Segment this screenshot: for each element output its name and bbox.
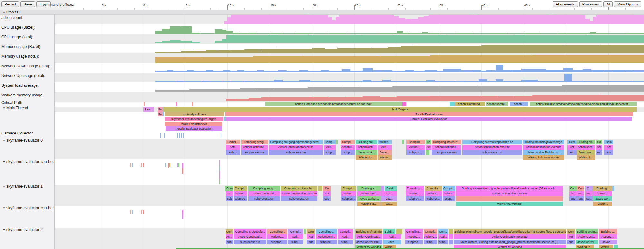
trace-event-block[interactable]: Compi... — [288, 229, 303, 234]
trace-event-block[interactable]: subp... — [338, 240, 353, 244]
trace-event-block[interactable]: Building s... — [357, 186, 381, 191]
trace-event-block[interactable]: Building... — [593, 186, 612, 191]
trace-event-block[interactable]: subproc... — [406, 196, 424, 201]
counter-chart-workers_mem[interactable] — [55, 93, 644, 101]
gc-event-tick[interactable] — [160, 133, 161, 138]
trace-event-block[interactable]: Javac ... — [599, 240, 617, 244]
trace-event-block[interactable]: ActionContinuati... — [234, 234, 266, 239]
main-thread-event-block[interactable] — [224, 117, 226, 121]
m-button[interactable]: M — [603, 1, 613, 7]
trace-event-block[interactable] — [426, 150, 429, 155]
trace-event-sliver[interactable] — [177, 163, 178, 167]
trace-event-sliver[interactable] — [132, 210, 133, 214]
view-options-button[interactable]: View Options — [614, 1, 641, 7]
trace-event-block[interactable]: Compiling ... — [406, 186, 424, 191]
trace-event-block[interactable]: Compil... — [338, 229, 353, 234]
trace-event-block[interactable]: sub — [307, 240, 315, 244]
trace-event-block[interactable]: Co — [323, 186, 331, 191]
trace-event-block[interactable]: ActionC... — [341, 191, 356, 196]
trace-event-block[interactable] — [449, 229, 453, 234]
trace-event-block[interactable]: ActionContinuati... — [355, 234, 382, 239]
main-thread-event-block[interactable]: Par — [158, 107, 163, 112]
trace-event-block[interactable]: ActionC... — [341, 145, 355, 150]
trace-event-block[interactable]: ActionContinuati... — [248, 191, 280, 196]
trace-event-block[interactable]: Compil... — [234, 186, 247, 191]
trace-event-block[interactable]: Waiting to... — [357, 202, 381, 206]
trace-event-block[interactable]: Ac... — [226, 191, 233, 196]
trace-event-block[interactable]: sub — [323, 196, 331, 201]
trace-event-block[interactable]: subprocess.run — [432, 150, 461, 155]
trace-event-block[interactable]: Compili... — [341, 186, 356, 191]
trace-event-block[interactable]: Building src/main/java/com/go... — [523, 140, 564, 144]
counter-chart-net_down[interactable] — [55, 64, 644, 72]
counter-chart-net_up[interactable] — [55, 73, 644, 82]
trace-event-block[interactable]: Javac wo... — [593, 196, 612, 201]
counter-chart-sys_load[interactable] — [55, 83, 644, 92]
trace-event-block[interactable]: subprocess.run — [241, 150, 268, 155]
trace-event-block[interactable] — [449, 240, 453, 244]
critical-path-event-block[interactable]: action 'Compiling src/google/protobuf/de… — [265, 102, 402, 106]
trace-event-block[interactable]: Waitin... — [378, 155, 392, 160]
trace-event-block[interactable]: Acti... — [338, 234, 353, 239]
trace-event-block[interactable]: Compiling src/g... — [248, 186, 280, 191]
trace-event-block[interactable]: Acti... — [226, 145, 240, 150]
trace-event-block[interactable]: Compiling src/main/cpp/blaze.cc — [462, 140, 522, 144]
sidebar-item-main-thread[interactable]: ▼Main Thread — [1, 106, 54, 110]
trace-event-block[interactable]: Com... — [438, 229, 448, 234]
trace-event-block[interactable]: Act — [426, 145, 431, 150]
gc-event-tick[interactable] — [183, 133, 184, 138]
trace-event-block[interactable]: Acti... — [438, 234, 448, 239]
main-thread-event-block[interactable]: Parallel Evaluator evaluation — [166, 126, 222, 131]
trace-event-block[interactable]: subproc... — [405, 240, 423, 244]
trace-event-sliver[interactable] — [219, 179, 220, 184]
trace-event-block[interactable]: Com — [604, 140, 613, 144]
trace-event-sliver[interactable] — [165, 163, 166, 167]
trace-event-block[interactable]: Compil... — [341, 140, 355, 144]
critical-path-event-block[interactable]: action... — [510, 102, 528, 106]
trace-event-block[interactable]: subp... — [324, 150, 336, 155]
trace-event-block[interactable]: ActionC... — [405, 234, 423, 239]
trace-event-block[interactable]: Building external/com_google_protobuf/ja… — [456, 186, 563, 191]
trace-event-block[interactable]: Javac worker... — [357, 196, 381, 201]
trace-event-block[interactable]: Ac... — [226, 234, 233, 239]
trace-event-block[interactable]: subprocess.run — [248, 196, 280, 201]
critical-path-event-block[interactable]: action 'Compiling... — [455, 102, 485, 106]
gc-event-tick[interactable] — [221, 133, 221, 138]
trace-event-block[interactable]: subproc... — [267, 240, 287, 244]
trace-event-block[interactable]: su... — [585, 196, 593, 201]
trace-event-sliver[interactable] — [130, 210, 131, 214]
trace-event-block[interactable]: subp... — [341, 150, 355, 155]
trace-event-block[interactable]: Compiling... — [267, 229, 287, 234]
trace-event-block[interactable]: Buildi... — [383, 229, 395, 234]
trace-event-block[interactable]: Com — [567, 140, 577, 144]
trace-event-block[interactable]: Compiling src/g... — [241, 140, 268, 144]
counter-chart-mem_bazel[interactable] — [55, 44, 644, 53]
trace-event-block[interactable]: Building src/main/jav... — [355, 229, 382, 234]
trace-event-block[interactable]: Compil... — [443, 186, 455, 191]
trace-event-block[interactable]: ActionContinuation.execute — [456, 191, 563, 196]
trace-event-sliver[interactable] — [219, 160, 220, 166]
trace-event-block[interactable] — [612, 186, 614, 191]
trace-event-block[interactable]: Waitin... — [593, 202, 612, 206]
trace-event-block[interactable]: Com — [577, 186, 584, 191]
trace-event-block[interactable]: Javac work... — [356, 150, 377, 155]
trace-event-sliver[interactable] — [141, 210, 142, 214]
trace-event-block[interactable]: Act — [567, 145, 577, 150]
gc-event-tick[interactable] — [164, 133, 165, 138]
trace-event-sliver[interactable] — [143, 163, 144, 167]
trace-event-block[interactable]: subp... — [438, 240, 448, 244]
trace-event-sliver[interactable] — [178, 163, 179, 167]
main-thread-event-block[interactable]: buildTargets — [163, 107, 637, 112]
trace-event-block[interactable]: Compilin... — [406, 140, 425, 144]
trace-event-block[interactable]: Build... — [385, 186, 397, 191]
trace-event-block[interactable]: Waiting to... — [577, 155, 595, 160]
trace-event-block[interactable]: Javac worker Buil... — [355, 240, 382, 244]
trace-event-block[interactable]: ActionC... — [425, 191, 442, 196]
trace-event-block[interactable]: Act — [596, 145, 602, 150]
timeline-canvas[interactable]: action 'Compiling src/google/protobuf/de… — [55, 15, 644, 249]
critical-path-event-block[interactable] — [402, 102, 406, 106]
trace-event-block[interactable]: ActionC... — [267, 234, 287, 239]
trace-event-block[interactable]: sub — [567, 150, 577, 155]
counter-chart-mem_total[interactable] — [55, 54, 644, 63]
trace-event-block[interactable]: Com — [226, 229, 233, 234]
